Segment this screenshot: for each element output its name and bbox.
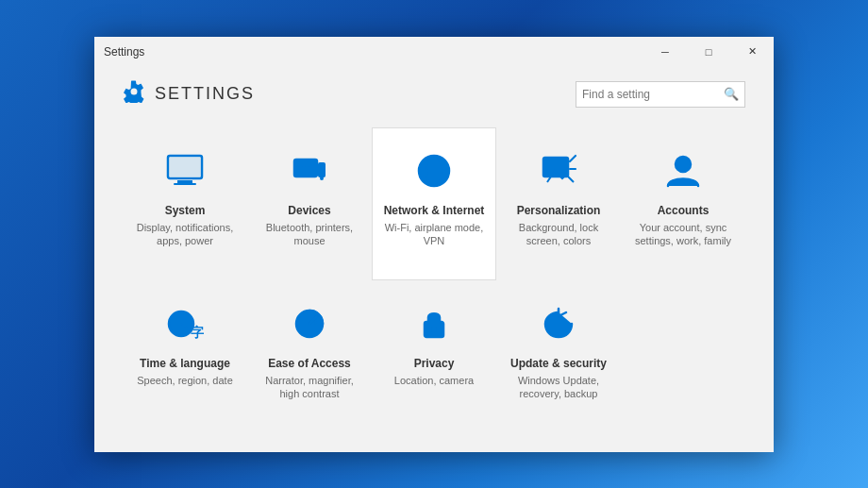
settings-header: SETTINGS 🔍 [123, 67, 745, 127]
privacy-icon [413, 300, 455, 347]
settings-content: SETTINGS 🔍 System Disp [94, 67, 774, 452]
search-icon: 🔍 [718, 87, 744, 101]
time-desc: Speech, region, date [137, 374, 233, 387]
svg-rect-1 [177, 180, 192, 183]
window-controls: ─ □ ✕ [643, 37, 774, 67]
minimize-button[interactable]: ─ [643, 37, 687, 67]
close-button[interactable]: ✕ [730, 37, 774, 67]
svg-rect-9 [319, 163, 325, 177]
privacy-desc: Location, camera [394, 374, 474, 387]
ease-icon [289, 300, 330, 347]
devices-name: Devices [288, 204, 330, 217]
accounts-name: Accounts [658, 204, 709, 217]
gear-icon [123, 80, 145, 109]
personalization-desc: Background, lock screen, colors [507, 221, 610, 248]
personalization-name: Personalization [517, 204, 601, 217]
network-icon [413, 147, 455, 194]
svg-rect-2 [174, 183, 196, 185]
tile-network[interactable]: Network & Internet Wi-Fi, airplane mode,… [372, 127, 496, 280]
svg-rect-5 [298, 163, 303, 167]
tile-privacy[interactable]: Privacy Location, camera [372, 280, 496, 433]
update-desc: Windows Update, recovery, backup [507, 374, 610, 401]
devices-desc: Bluetooth, printers, mouse [258, 221, 361, 248]
network-desc: Wi-Fi, airplane mode, VPN [382, 221, 486, 248]
update-icon [538, 300, 579, 347]
svg-text:字: 字 [191, 325, 204, 340]
update-name: Update & security [510, 357, 607, 370]
network-name: Network & Internet [384, 204, 485, 217]
devices-icon [289, 147, 330, 194]
ease-name: Ease of Access [268, 357, 351, 370]
svg-point-20 [676, 157, 691, 172]
accounts-desc: Your account, sync settings, work, famil… [631, 221, 735, 248]
ease-desc: Narrator, magnifier, high contrast [258, 374, 361, 401]
tile-devices[interactable]: Devices Bluetooth, printers, mouse [247, 127, 372, 280]
accounts-icon [662, 147, 704, 194]
tile-time[interactable]: 字 Time & language Speech, region, date [123, 280, 247, 433]
svg-rect-3 [170, 158, 200, 177]
personalization-icon [538, 147, 579, 194]
time-name: Time & language [140, 357, 230, 370]
tile-ease[interactable]: Ease of Access Narrator, magnifier, high… [247, 280, 372, 433]
svg-rect-8 [305, 169, 309, 173]
search-box[interactable]: 🔍 [576, 81, 745, 108]
svg-point-10 [320, 177, 324, 180]
system-desc: Display, notifications, apps, power [133, 221, 237, 248]
tile-system[interactable]: System Display, notifications, apps, pow… [123, 127, 247, 280]
settings-window: Settings ─ □ ✕ SETTINGS 🔍 [94, 37, 774, 452]
title-bar: Settings ─ □ ✕ [94, 37, 774, 67]
system-icon [164, 147, 206, 194]
search-input[interactable] [576, 88, 718, 101]
tile-personalization[interactable]: Personalization Background, lock screen,… [496, 127, 621, 280]
tile-accounts[interactable]: Accounts Your account, sync settings, wo… [621, 127, 745, 280]
system-name: System [165, 204, 206, 217]
window-title: Settings [104, 45, 144, 59]
svg-rect-7 [298, 169, 303, 173]
svg-rect-6 [305, 163, 309, 167]
tile-update[interactable]: Update & security Windows Update, recove… [496, 280, 621, 433]
maximize-button[interactable]: □ [687, 37, 730, 67]
time-icon: 字 [164, 300, 206, 347]
svg-rect-4 [294, 160, 317, 177]
settings-grid: System Display, notifications, apps, pow… [123, 127, 745, 433]
svg-line-17 [570, 156, 576, 161]
page-title: SETTINGS [155, 84, 255, 104]
privacy-name: Privacy [414, 357, 455, 370]
header-left: SETTINGS [123, 80, 255, 109]
